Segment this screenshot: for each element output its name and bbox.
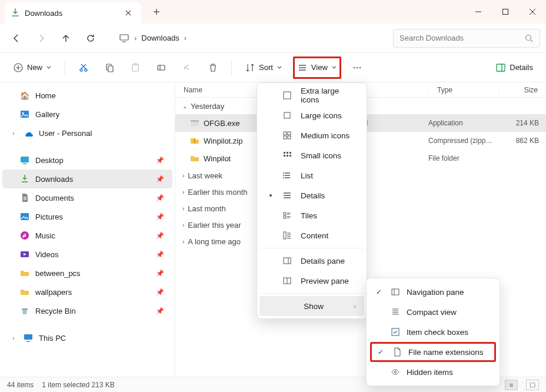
- menu-item-preview-pane[interactable]: Preview pane: [259, 271, 364, 291]
- grid-icon: [282, 151, 292, 160]
- pin-icon: 📌: [156, 232, 164, 240]
- file-ext-icon: [392, 347, 402, 357]
- sidebar-item-home[interactable]: 🏠Home: [2, 86, 172, 105]
- new-button[interactable]: New: [8, 58, 56, 78]
- menu-item-details[interactable]: •Details: [259, 185, 364, 205]
- menu-item-content[interactable]: Content: [259, 225, 364, 245]
- chevron-down-icon: [46, 65, 52, 71]
- details-label: Details: [510, 63, 533, 72]
- svg-point-47: [395, 371, 397, 373]
- sidebar-item-thispc[interactable]: ›This PC: [2, 328, 172, 347]
- tab-downloads[interactable]: Downloads: [5, 2, 141, 24]
- status-selection: 1 item selected 213 KB: [42, 381, 114, 389]
- new-label: New: [27, 63, 42, 72]
- menu-item-show[interactable]: Show›: [259, 296, 364, 316]
- svg-rect-26: [284, 112, 290, 118]
- refresh-button[interactable]: [80, 28, 101, 49]
- sort-button[interactable]: Sort: [240, 58, 287, 78]
- column-type[interactable]: Type: [428, 86, 499, 94]
- pin-icon: 📌: [156, 194, 164, 202]
- menu-item-xl-icons[interactable]: Extra large icons: [259, 85, 364, 105]
- sidebar-item-documents[interactable]: Documents📌: [2, 188, 172, 207]
- share-button[interactable]: [177, 58, 197, 78]
- chevron-right-icon: ›: [182, 189, 184, 195]
- pin-icon: 📌: [156, 307, 164, 315]
- menu-item-md-icons[interactable]: Medium icons: [259, 125, 364, 145]
- sidebar-item-videos[interactable]: Videos📌: [2, 245, 172, 264]
- menu-item-checkboxes[interactable]: Item check boxes: [370, 322, 496, 342]
- sidebar-item-gallery[interactable]: Gallery: [2, 105, 172, 124]
- sidebar-item-music[interactable]: Music📌: [2, 226, 172, 245]
- menu-item-details-pane[interactable]: Details pane: [259, 251, 364, 271]
- sidebar-item-pictures[interactable]: Pictures📌: [2, 207, 172, 226]
- up-button[interactable]: [55, 28, 76, 49]
- zip-icon: [188, 136, 201, 145]
- chevron-right-icon: ›: [182, 205, 184, 212]
- chevron-right-icon: ›: [182, 222, 184, 228]
- eye-icon: [390, 367, 401, 377]
- view-details-button[interactable]: ≡: [505, 380, 518, 390]
- menu-item-hidden-items[interactable]: Hidden items: [370, 362, 496, 382]
- search-icon: [524, 34, 534, 43]
- svg-rect-14: [497, 64, 505, 71]
- sidebar-item-recycle[interactable]: Recycle Bin📌: [2, 301, 172, 320]
- content-icon: [282, 231, 292, 240]
- sidebar-item-between[interactable]: between_pcs📌: [2, 264, 172, 283]
- status-count: 44 items: [7, 381, 34, 389]
- chevron-down-icon: ⌄: [182, 103, 187, 109]
- sidebar-item-wallpapers[interactable]: wallpapers📌: [2, 283, 172, 301]
- preview-pane-icon: [282, 276, 292, 285]
- view-menu: Extra large icons Large icons Medium ico…: [257, 82, 367, 319]
- onedrive-icon: [24, 128, 33, 138]
- copy-button[interactable]: [99, 58, 119, 78]
- cut-button[interactable]: [74, 58, 94, 78]
- menu-item-file-extensions-highlighted[interactable]: ✓File name extensions: [370, 342, 496, 362]
- close-button[interactable]: [519, 0, 546, 24]
- menu-item-compact-view[interactable]: Compact view: [370, 302, 496, 322]
- menu-item-tiles[interactable]: Tiles: [259, 205, 364, 225]
- details-icon: [282, 191, 292, 200]
- breadcrumb-current[interactable]: Downloads: [141, 34, 179, 42]
- breadcrumb[interactable]: › Downloads ›: [119, 33, 191, 44]
- download-icon: [11, 8, 20, 18]
- sidebar-item-user[interactable]: ›User - Personal: [2, 124, 172, 142]
- rename-button[interactable]: [151, 58, 171, 78]
- details-pane-toggle[interactable]: Details: [491, 58, 538, 78]
- chevron-right-icon: ›: [184, 34, 187, 42]
- svg-point-39: [283, 177, 284, 178]
- svg-rect-21: [24, 334, 32, 340]
- search-box[interactable]: [393, 29, 540, 48]
- chevron-down-icon: [331, 65, 337, 71]
- delete-button[interactable]: [203, 58, 223, 78]
- nav-pane-icon: [390, 287, 401, 297]
- sidebar-item-downloads[interactable]: Downloads📌: [2, 170, 172, 188]
- view-large-button[interactable]: ▢: [526, 380, 539, 390]
- new-tab-button[interactable]: [148, 4, 165, 20]
- folder-icon: [20, 287, 29, 297]
- paste-button[interactable]: [125, 58, 145, 78]
- tiles-icon: [282, 211, 292, 220]
- grid-icon: [282, 91, 292, 100]
- menu-item-sm-icons[interactable]: Small icons: [259, 145, 364, 165]
- tab-close-button[interactable]: [121, 6, 135, 20]
- menu-item-lg-icons[interactable]: Large icons: [259, 105, 364, 125]
- minimize-button[interactable]: [465, 0, 492, 24]
- svg-rect-28: [288, 132, 291, 135]
- svg-rect-24: [194, 138, 195, 144]
- exe-icon: [188, 118, 201, 128]
- menu-item-list[interactable]: List: [259, 165, 364, 185]
- forward-button[interactable]: [31, 28, 52, 49]
- maximize-button[interactable]: [492, 0, 519, 24]
- back-button[interactable]: [6, 28, 27, 49]
- more-button[interactable]: [347, 58, 367, 78]
- view-button-highlighted[interactable]: View: [293, 57, 341, 79]
- search-input[interactable]: [399, 34, 524, 42]
- svg-rect-27: [284, 132, 287, 135]
- column-size[interactable]: Size: [499, 86, 546, 94]
- pin-icon: 📌: [156, 288, 164, 296]
- svg-point-4: [80, 69, 82, 71]
- monitor-icon: [119, 33, 129, 44]
- sidebar-item-desktop[interactable]: Desktop📌: [2, 151, 172, 170]
- grid-icon: [282, 111, 292, 120]
- menu-item-navigation-pane[interactable]: ✓Navigation pane: [370, 282, 496, 302]
